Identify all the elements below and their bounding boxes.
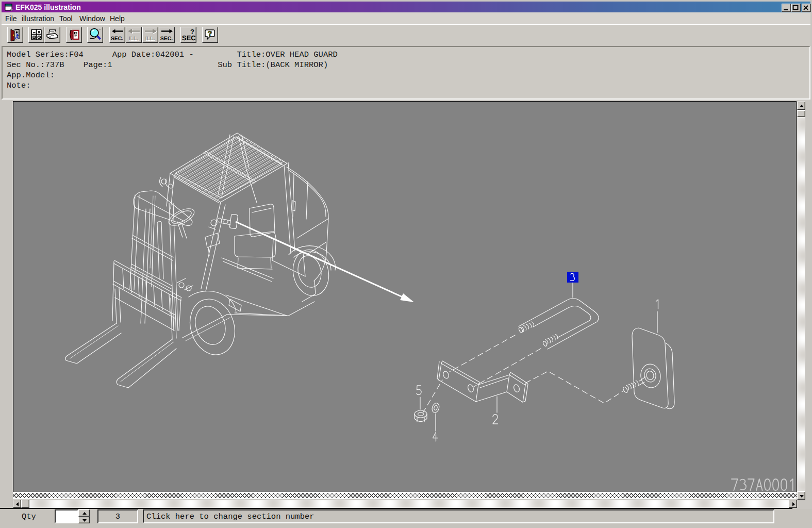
svg-text:SEC.: SEC. [111, 36, 124, 42]
svg-text:ILL.: ILL. [145, 36, 155, 42]
svg-text:SEC.: SEC. [160, 36, 173, 42]
svg-text:ILL.: ILL. [129, 36, 139, 42]
svg-text:?: ? [190, 28, 194, 36]
svg-text:?: ? [208, 29, 212, 38]
